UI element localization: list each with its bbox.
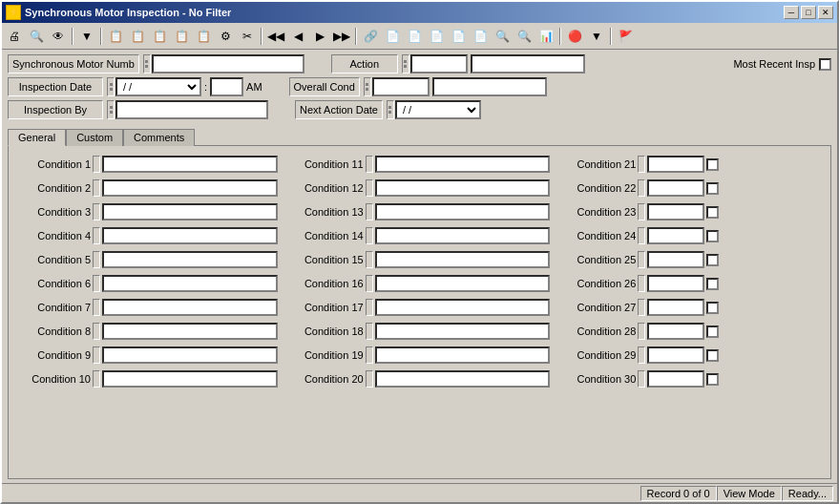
toolbar-doc1-icon[interactable]: 📄 bbox=[382, 26, 403, 47]
condition-11-input[interactable] bbox=[375, 156, 551, 173]
overall-cond-input2[interactable] bbox=[432, 77, 547, 96]
toolbar-red-icon[interactable]: 🔴 bbox=[564, 26, 585, 47]
toolbar-copy2-icon[interactable]: 📋 bbox=[127, 26, 148, 47]
condition-24-input[interactable] bbox=[647, 227, 704, 244]
overall-cond-input[interactable] bbox=[372, 77, 430, 96]
condition-9-label: Condition 9 bbox=[16, 349, 91, 361]
inspection-time-input[interactable] bbox=[210, 77, 243, 96]
condition-26-check[interactable] bbox=[706, 278, 719, 290]
condition-25-input[interactable] bbox=[647, 251, 704, 268]
toolbar-dropdown-icon[interactable]: ▼ bbox=[586, 26, 607, 47]
condition-row-27: Condition 27 bbox=[561, 297, 823, 318]
condition-row-23: Condition 23 bbox=[561, 201, 823, 222]
condition-23-input[interactable] bbox=[647, 203, 704, 220]
toolbar-settings-icon[interactable]: ⚙ bbox=[215, 26, 236, 47]
condition-row-3: Condition 3 bbox=[16, 201, 278, 222]
condition-8-indicator bbox=[93, 323, 100, 340]
toolbar-eye-icon[interactable]: 👁 bbox=[48, 26, 69, 47]
condition-22-input[interactable] bbox=[647, 179, 704, 197]
condition-19-input[interactable] bbox=[375, 346, 551, 364]
condition-16-input[interactable] bbox=[375, 275, 551, 292]
toolbar-search-icon[interactable]: 🔍 bbox=[26, 26, 47, 47]
condition-10-input[interactable] bbox=[102, 370, 278, 388]
toolbar-copy4-icon[interactable]: 📋 bbox=[171, 26, 192, 47]
condition-7-input[interactable] bbox=[102, 299, 278, 316]
minimize-button[interactable]: ─ bbox=[784, 6, 799, 19]
toolbar-doc2-icon[interactable]: 📄 bbox=[404, 26, 425, 47]
toolbar-zoom1-icon[interactable]: 🔍 bbox=[492, 26, 513, 47]
toolbar-zoom2-icon[interactable]: 🔍 bbox=[514, 26, 535, 47]
condition-12-input[interactable] bbox=[375, 179, 551, 197]
action-input2[interactable] bbox=[471, 54, 585, 74]
action-input[interactable] bbox=[410, 54, 468, 74]
toolbar-prev-icon[interactable]: ◀ bbox=[287, 26, 308, 47]
condition-29-indicator bbox=[638, 346, 645, 364]
condition-29-check[interactable] bbox=[706, 349, 719, 362]
condition-22-check[interactable] bbox=[706, 182, 719, 195]
tab-custom[interactable]: Custom bbox=[66, 129, 123, 146]
condition-3-input[interactable] bbox=[102, 203, 278, 220]
condition-30-check[interactable] bbox=[706, 373, 719, 386]
condition-25-indicator bbox=[638, 251, 645, 268]
condition-4-input[interactable] bbox=[102, 227, 278, 244]
condition-20-input[interactable] bbox=[375, 370, 551, 388]
toolbar-doc5-icon[interactable]: 📄 bbox=[470, 26, 491, 47]
toolbar-printer-icon[interactable]: 🖨 bbox=[4, 26, 25, 47]
condition-9-input[interactable] bbox=[102, 346, 278, 364]
inspection-by-input[interactable] bbox=[115, 100, 268, 119]
toolbar-filter-icon[interactable]: ▼ bbox=[76, 26, 97, 47]
condition-13-indicator bbox=[366, 203, 373, 220]
condition-27-input[interactable] bbox=[647, 299, 704, 316]
condition-25-check[interactable] bbox=[706, 254, 719, 266]
condition-6-input[interactable] bbox=[102, 275, 278, 292]
condition-28-input[interactable] bbox=[647, 323, 704, 340]
condition-18-indicator bbox=[366, 323, 373, 340]
condition-1-input[interactable] bbox=[102, 156, 278, 173]
condition-row-17: Condition 17 bbox=[289, 297, 551, 318]
inspection-date-select[interactable]: / / bbox=[115, 77, 201, 96]
maximize-button[interactable]: □ bbox=[801, 6, 816, 19]
condition-row-24: Condition 24 bbox=[561, 225, 823, 246]
condition-row-8: Condition 8 bbox=[16, 321, 278, 342]
most-recent-checkbox[interactable] bbox=[819, 58, 831, 71]
toolbar-copy5-icon[interactable]: 📋 bbox=[193, 26, 214, 47]
tab-general[interactable]: General bbox=[8, 129, 66, 146]
condition-17-input[interactable] bbox=[375, 299, 551, 316]
close-button[interactable]: ✕ bbox=[818, 6, 833, 19]
condition-27-label: Condition 27 bbox=[561, 302, 636, 313]
condition-21-input[interactable] bbox=[647, 156, 704, 173]
toolbar-copy3-icon[interactable]: 📋 bbox=[149, 26, 170, 47]
tab-comments[interactable]: Comments bbox=[123, 129, 195, 146]
condition-29-input[interactable] bbox=[647, 346, 704, 364]
condition-28-check[interactable] bbox=[706, 326, 719, 338]
next-action-date-select[interactable]: / / bbox=[395, 100, 481, 119]
condition-8-input[interactable] bbox=[102, 323, 278, 340]
condition-27-check[interactable] bbox=[706, 302, 719, 314]
toolbar-doc3-icon[interactable]: 📄 bbox=[426, 26, 447, 47]
condition-30-input[interactable] bbox=[647, 370, 704, 388]
condition-15-input[interactable] bbox=[375, 251, 551, 268]
toolbar-cut-icon[interactable]: ✂ bbox=[237, 26, 258, 47]
condition-23-check[interactable] bbox=[706, 206, 719, 219]
action-label: Action bbox=[331, 54, 398, 74]
toolbar-first-icon[interactable]: ◀◀ bbox=[265, 26, 286, 47]
status-state: Ready... bbox=[782, 486, 833, 501]
content-area: Synchronous Motor Numb Action Most Recen… bbox=[2, 50, 837, 483]
condition-14-input[interactable] bbox=[375, 227, 551, 244]
toolbar-link-icon[interactable]: 🔗 bbox=[360, 26, 381, 47]
condition-18-input[interactable] bbox=[375, 323, 551, 340]
condition-13-input[interactable] bbox=[375, 203, 551, 220]
condition-26-input[interactable] bbox=[647, 275, 704, 292]
toolbar-copy1-icon[interactable]: 📋 bbox=[105, 26, 126, 47]
condition-5-input[interactable] bbox=[102, 251, 278, 268]
condition-2-input[interactable] bbox=[102, 179, 278, 197]
condition-24-check[interactable] bbox=[706, 230, 719, 242]
condition-row-20: Condition 20 bbox=[289, 368, 551, 389]
toolbar-flag-icon[interactable]: 🚩 bbox=[615, 26, 636, 47]
toolbar-next-icon[interactable]: ▶ bbox=[309, 26, 330, 47]
toolbar-doc4-icon[interactable]: 📄 bbox=[448, 26, 469, 47]
toolbar-last-icon[interactable]: ▶▶ bbox=[331, 26, 352, 47]
motor-num-input[interactable] bbox=[152, 54, 304, 74]
toolbar-chart-icon[interactable]: 📊 bbox=[535, 26, 556, 47]
condition-21-check[interactable] bbox=[706, 158, 719, 171]
